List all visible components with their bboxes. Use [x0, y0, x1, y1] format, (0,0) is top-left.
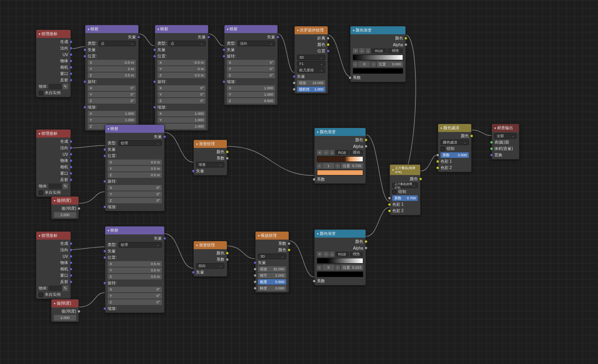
- socket-in[interactable]: [83, 80, 87, 83]
- feature-dropdown[interactable]: F1⌄: [297, 61, 325, 67]
- socket-in[interactable]: [103, 256, 106, 259]
- mode-dropdown[interactable]: RGB: [335, 252, 349, 257]
- node-texture-coordinate-2[interactable]: ▾纹理坐标 生成 法向 UV 物体 相机 窗口 反射 物体:✎ 来自实例: [36, 129, 71, 197]
- rot-y[interactable]: Y0°: [88, 92, 136, 97]
- socket-out[interactable]: [327, 49, 330, 53]
- stop-color-swatch[interactable]: [353, 68, 403, 74]
- node-header[interactable]: ▾颜色渐变: [315, 128, 366, 136]
- node-gradient-texture-2[interactable]: ▾渐变纹理 颜色 系数 径向⌄ 矢量: [193, 241, 227, 277]
- eyedropper-icon[interactable]: ✎: [63, 285, 68, 291]
- stop-color-swatch[interactable]: [317, 170, 363, 175]
- node-color-ramp-1[interactable]: ▾颜色渐变 颜色 Alpha +−⌄RGB线性 ‹0›位置0.000 系数: [350, 26, 406, 82]
- socket-out[interactable]: [69, 165, 73, 169]
- rot-x[interactable]: X0°: [108, 287, 162, 292]
- socket-in[interactable]: [490, 147, 493, 150]
- type-dropdown[interactable]: 纹理⌄: [118, 242, 162, 248]
- object-field[interactable]: [49, 183, 62, 189]
- socket-in[interactable]: [293, 75, 296, 78]
- socket-out[interactable]: [226, 258, 229, 261]
- loc-y[interactable]: Y0.5 m: [108, 268, 162, 273]
- type-dropdown[interactable]: 法向⌄: [238, 41, 275, 46]
- socket-out[interactable]: [69, 268, 73, 271]
- mode-dropdown[interactable]: RGB: [335, 150, 349, 155]
- socket-out[interactable]: [137, 35, 140, 39]
- scale-x[interactable]: X1.000: [227, 85, 275, 91]
- node-header[interactable]: ▾映射: [155, 25, 208, 33]
- socket-out[interactable]: [404, 37, 407, 40]
- socket-in[interactable]: [103, 154, 106, 157]
- node-color-ramp-2[interactable]: ▾颜色渐变 颜色 Alpha +−⌄RGB缓动 ‹1›位置0.725 系数: [314, 128, 366, 184]
- rot-x[interactable]: X0°: [227, 60, 275, 65]
- socket-in[interactable]: [103, 281, 106, 285]
- loc-z[interactable]: Z0.5 m: [108, 172, 162, 178]
- socket-out[interactable]: [77, 207, 81, 210]
- node-mapping-1[interactable]: ▾映射 矢量 类型:点⌄ 矢量 位置: X-0.5 m Y0 m Z0.5 m …: [85, 25, 139, 131]
- menu-button[interactable]: ⌄: [366, 48, 370, 53]
- rot-y[interactable]: Y0°: [227, 66, 275, 72]
- loc-x[interactable]: X0.5 m: [108, 261, 162, 267]
- scale-y[interactable]: Y1.000: [157, 117, 206, 123]
- object-field[interactable]: [49, 285, 62, 291]
- node-color-ramp-3[interactable]: ▾颜色渐变 颜色 Alpha +−⌄RGB线性 ‹0›位置0.223 系数: [314, 229, 366, 285]
- dim-dropdown[interactable]: 3D⌄: [258, 254, 286, 259]
- socket-out[interactable]: [207, 35, 210, 39]
- blend-dropdown[interactable]: 正片叠底(相乘 A*B)⌄: [392, 183, 418, 188]
- node-mapping-2[interactable]: ▾映射 矢量 类型:点⌄ 矢量 位置: X-0.5 m Y0 m Z0.5 m …: [155, 25, 209, 131]
- socket-out[interactable]: [226, 252, 229, 255]
- socket-out[interactable]: [327, 37, 330, 40]
- node-header[interactable]: ▾颜色减淡: [438, 124, 471, 132]
- socket-in[interactable]: [153, 55, 156, 58]
- detail-field[interactable]: 细节2.000: [258, 273, 286, 278]
- socket-out[interactable]: [69, 172, 73, 175]
- node-texture-coordinate-3[interactable]: ▾纹理坐标 生成 法向 UV 物体 相机 窗口 反射 物体:✎ 来自实例: [36, 231, 71, 299]
- scale-z[interactable]: Z1.000: [157, 124, 206, 129]
- socket-out[interactable]: [276, 35, 279, 39]
- rot-z[interactable]: Z0°: [88, 98, 136, 104]
- socket-in[interactable]: [436, 160, 439, 163]
- socket-in[interactable]: [222, 80, 226, 83]
- loc-z[interactable]: Z0.5 m: [88, 73, 136, 78]
- node-mapping-4[interactable]: ▾映射 矢量 类型:纹理⌄ 矢量 位置: X0.5 m Y0.5 m Z0.5 …: [105, 124, 165, 211]
- node-header[interactable]: ▾沃罗诺伊纹理: [295, 26, 328, 34]
- socket-in[interactable]: [293, 81, 296, 85]
- socket-in[interactable]: [103, 250, 106, 253]
- node-mix-colordodge[interactable]: ▾颜色减淡 颜色 颜色减淡⌄ 钳制 系数0.500 色彩 1 色彩 2: [438, 124, 472, 172]
- rot-x[interactable]: X0°: [157, 85, 206, 91]
- dim-dropdown[interactable]: 3D⌄: [297, 55, 325, 60]
- interp-dropdown[interactable]: 缓动: [350, 150, 363, 155]
- prev-stop-button[interactable]: ‹: [317, 163, 322, 169]
- socket-out[interactable]: [77, 310, 81, 313]
- type-dropdown[interactable]: 点⌄: [168, 41, 206, 46]
- node-header[interactable]: ▾纹理坐标: [36, 130, 71, 138]
- socket-out[interactable]: [69, 153, 73, 156]
- socket-out[interactable]: [364, 138, 368, 142]
- stop-color-swatch[interactable]: [317, 272, 363, 277]
- scale-x[interactable]: X1.000: [157, 111, 206, 116]
- next-stop-button[interactable]: ›: [335, 265, 340, 270]
- node-gradient-texture-1[interactable]: ▾渐变纹理 颜色 系数 球形⌄ 矢量: [193, 140, 227, 175]
- clamp-checkbox[interactable]: [392, 190, 397, 194]
- socket-in[interactable]: [313, 279, 316, 283]
- node-header[interactable]: ▾噪波纹理: [256, 232, 289, 240]
- interp-dropdown[interactable]: 线性: [350, 252, 363, 257]
- node-value-2[interactable]: ▾值(明度) 值(明度) 2.000: [51, 299, 79, 322]
- node-mix-multiply[interactable]: ▾正片叠底(相乘 A*B) 颜色 正片叠底(相乘 A*B)⌄ 钳制 系数0.70…: [389, 164, 421, 215]
- socket-in[interactable]: [153, 106, 156, 109]
- socket-out[interactable]: [69, 140, 73, 143]
- node-header[interactable]: ▾映射: [85, 25, 138, 33]
- socket-out[interactable]: [69, 248, 73, 252]
- distortion-field[interactable]: 畸变0.000: [258, 285, 286, 291]
- socket-in[interactable]: [490, 141, 493, 144]
- loc-y[interactable]: Y0 m: [157, 66, 206, 72]
- rot-z[interactable]: Z0°: [108, 198, 162, 203]
- socket-in[interactable]: [153, 48, 156, 51]
- rot-x[interactable]: X0°: [88, 85, 136, 91]
- socket-in[interactable]: [254, 287, 257, 290]
- prev-stop-button[interactable]: ‹: [317, 265, 322, 270]
- color-ramp-widget[interactable]: [317, 258, 363, 264]
- node-header[interactable]: ▾值(明度): [51, 299, 79, 307]
- type-dropdown[interactable]: 纹理⌄: [118, 140, 162, 146]
- value-field[interactable]: 2.000: [54, 212, 76, 218]
- checkbox-from-instancer[interactable]: [39, 191, 43, 195]
- node-header[interactable]: ▾映射: [105, 226, 164, 234]
